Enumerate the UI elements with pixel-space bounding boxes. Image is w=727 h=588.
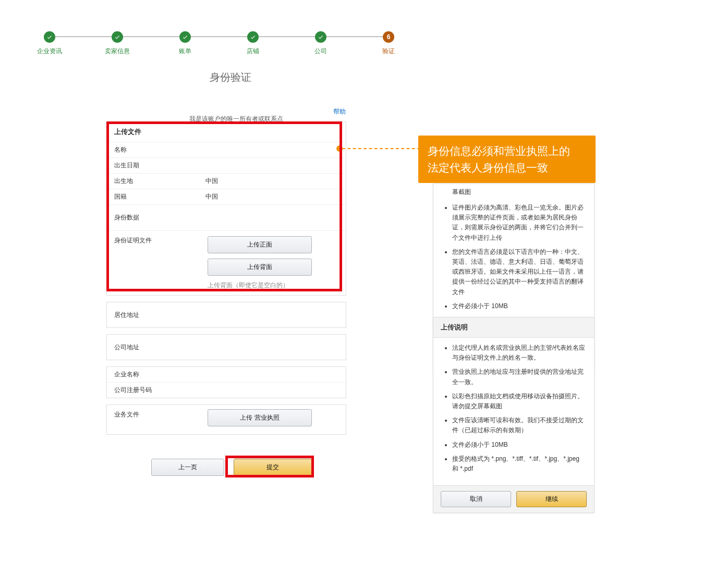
birthplace-label: 出生地: [107, 174, 198, 189]
upload-back-note: 上传背面（即使它是空白的）: [198, 281, 346, 295]
iddoc-label: 身份证明文件: [107, 231, 198, 248]
instruction-item: 法定代理人姓名或营业执照上的主管/代表姓名应与身份证明文件上的姓名一致。: [452, 343, 587, 363]
step-label: 公司: [314, 47, 327, 56]
submit-button[interactable]: 提交: [234, 459, 312, 476]
residence-label: 居住地址: [107, 308, 198, 323]
upload-back-button[interactable]: 上传背面: [208, 259, 312, 276]
biz-doc-label: 业务文件: [107, 405, 198, 422]
instruction-item: 您的文件语言必须是以下语言中的一种：中文、英语、法语、德语、意大利语、日语、葡萄…: [452, 247, 587, 297]
panel2-continue-button[interactable]: 继续: [516, 491, 587, 507]
check-icon: [179, 31, 191, 43]
instruction-item: 文件必须小于 10MB: [452, 301, 587, 311]
callout-box: 身份信息必须和营业执照上的 法定代表人身份信息一致: [418, 136, 596, 183]
dob-label: 出生日期: [107, 158, 198, 173]
nationality-value: 中国: [198, 189, 346, 204]
step-label: 企业资讯: [37, 47, 62, 56]
company-address-value: [198, 344, 346, 350]
step-label: 店铺: [247, 47, 259, 56]
check-icon: [44, 31, 55, 43]
iddata-label: 身份数据: [107, 210, 198, 225]
check-icon: [112, 31, 123, 43]
instruction-item: 文件应该清晰可读和有效。我们不接受过期的文件（已超过标示的有效期）: [452, 415, 587, 435]
check-icon: [247, 31, 259, 43]
clipped-row: 幕截图: [433, 184, 594, 198]
step-6: 6 验证: [355, 31, 422, 56]
company-name-value: [198, 372, 346, 378]
step-label: 验证: [382, 47, 395, 56]
callout-line1: 身份信息必须和营业执照上的: [428, 143, 586, 160]
name-value: [198, 147, 346, 153]
residence-value: [198, 312, 346, 318]
callout-anchor-dot: [336, 145, 343, 152]
form-container: 上传文件 名称 出生日期 出生地 中国 国籍 中国 身份数据 身份证明文件 上传…: [106, 121, 346, 441]
page-title: 身份验证: [210, 70, 251, 84]
callout-line2: 法定代表人身份信息一致: [428, 160, 586, 176]
panel2-cancel-button[interactable]: 取消: [441, 491, 511, 507]
prev-button[interactable]: 上一页: [151, 459, 224, 476]
step-1: 企业资讯: [16, 31, 83, 56]
nationality-label: 国籍: [107, 189, 198, 204]
progress-stepper: 企业资讯 卖家信息 账单 店铺 公司 6 验证: [16, 31, 422, 56]
instruction-item: 接受的格式为 *.png、*.tiff、*.tif、*.jpg、*.jpeg 和…: [452, 454, 587, 474]
company-info-section: 企业名称 公司注册号码: [106, 366, 346, 398]
section-header: 上传文件: [107, 122, 346, 142]
instruction-item: 证件图片必须为高清、彩色且一览无余。图片必须展示完整的证件页面，或者如果为居民身…: [452, 203, 587, 243]
panel2-header: 上传说明: [433, 317, 594, 338]
birthplace-value: 中国: [198, 174, 346, 189]
company-address-section: 公司地址: [106, 334, 346, 360]
check-icon: [315, 31, 326, 43]
nav-buttons: 上一页 提交: [151, 459, 312, 476]
company-address-label: 公司地址: [107, 340, 198, 355]
instruction-item: 以彩色扫描原始文档或使用移动设备拍摄照片。请勿提交屏幕截图: [452, 391, 587, 411]
step-number-icon: 6: [383, 31, 394, 43]
upload-license-button[interactable]: 上传 营业执照: [208, 409, 312, 426]
name-label: 名称: [107, 142, 198, 157]
company-name-label: 企业名称: [107, 367, 198, 382]
clipped-text: 幕截图: [452, 188, 471, 197]
help-link[interactable]: 帮助: [333, 107, 346, 116]
company-reg-label: 公司注册号码: [107, 383, 198, 398]
iddata-value: [198, 215, 346, 221]
instruction-item: 文件必须小于 10MB: [452, 440, 587, 450]
instruction-item: 营业执照上的地址应与注册时提供的营业地址完全一致。: [452, 367, 587, 387]
dob-value: [198, 163, 346, 169]
step-label: 卖家信息: [105, 47, 130, 56]
residence-section: 居住地址: [106, 302, 346, 328]
business-doc-section: 业务文件 上传 营业执照: [106, 405, 346, 435]
step-5: 公司: [287, 31, 355, 56]
step-4: 店铺: [219, 31, 287, 56]
upload-documents-section: 上传文件 名称 出生日期 出生地 中国 国籍 中国 身份数据 身份证明文件 上传…: [106, 121, 346, 296]
instructions-panel-2: 上传说明 法定代理人姓名或营业执照上的主管/代表姓名应与身份证明文件上的姓名一致…: [433, 317, 595, 513]
step-2: 卖家信息: [83, 31, 151, 56]
step-3: 账单: [151, 31, 219, 56]
step-label: 账单: [179, 47, 191, 56]
upload-front-button[interactable]: 上传正面: [208, 236, 312, 253]
callout-dashed-line: [342, 148, 420, 149]
company-reg-value: [198, 387, 346, 394]
